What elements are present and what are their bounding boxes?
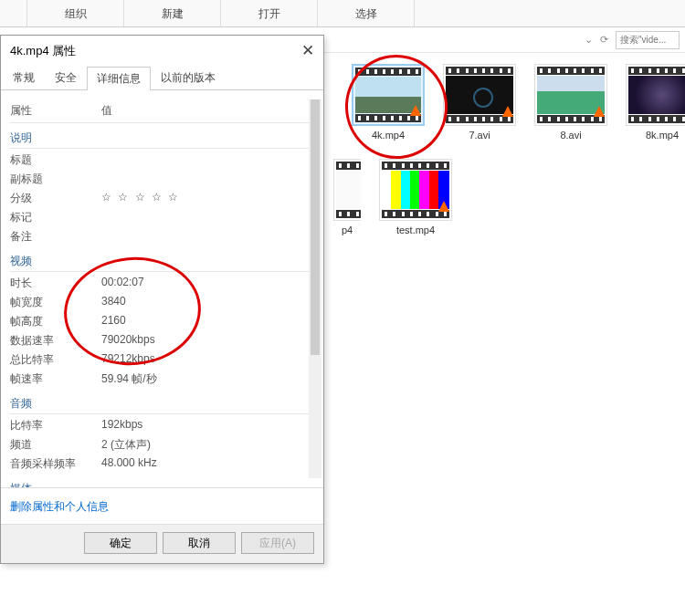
ribbon-item-open[interactable]: 打开 <box>221 0 318 26</box>
section-media: 媒体 <box>10 479 311 487</box>
tab-general[interactable]: 常规 <box>3 66 45 89</box>
property-row[interactable]: 备注 <box>10 227 311 246</box>
search-input[interactable] <box>616 31 680 49</box>
property-row[interactable]: 帧宽度3840 <box>10 293 311 312</box>
property-value: 79020kbps <box>101 333 155 349</box>
property-label: 时长 <box>10 276 101 291</box>
file-name: 7.avi <box>443 130 516 141</box>
ribbon-item-select[interactable]: 选择 <box>318 0 415 26</box>
file-item[interactable]: 7.avi <box>443 64 516 141</box>
property-label: 帧宽度 <box>10 295 101 310</box>
property-row[interactable]: 总比特率79212kbps <box>10 350 311 370</box>
thumbnail-image <box>628 76 685 114</box>
property-value: 59.94 帧/秒 <box>101 371 157 387</box>
file-grid: 4k.mp4 7.avi 8.avi 8k.mp4 <box>324 55 685 616</box>
property-label: 数据速率 <box>10 333 101 349</box>
file-item[interactable]: 8k.mp4 <box>626 64 685 141</box>
header-property: 属性 <box>10 103 101 119</box>
property-label: 音频采样频率 <box>10 456 101 472</box>
section-description: 说明 <box>10 129 311 149</box>
property-label: 分级 <box>10 191 101 206</box>
ribbon-item-organize[interactable]: 组织 <box>27 0 124 26</box>
property-row[interactable]: 比特率192kbps <box>10 416 311 435</box>
tab-details[interactable]: 详细信息 <box>87 67 151 90</box>
vlc-icon <box>502 106 513 117</box>
header-row: 属性值 <box>10 99 311 123</box>
property-value: 00:02:07 <box>101 276 144 291</box>
file-thumbnail <box>379 159 452 221</box>
thumbnail-image <box>336 171 361 209</box>
properties-dialog: 4k.mp4 属性 ✕ 常规 安全 详细信息 以前的版本 属性值说明标题副标题分… <box>0 35 324 564</box>
file-item[interactable]: 4k.mp4 <box>352 64 425 141</box>
scrollbar[interactable] <box>309 99 321 478</box>
property-value: 2 (立体声) <box>101 437 151 453</box>
property-value: 79212kbps <box>101 352 155 368</box>
file-name: 4k.mp4 <box>352 130 425 141</box>
scrollbar-thumb[interactable] <box>311 99 320 355</box>
cancel-button[interactable]: 取消 <box>163 532 236 554</box>
header-value: 值 <box>101 103 112 119</box>
ribbon: 组织 新建 打开 选择 <box>0 0 685 27</box>
file-thumbnail <box>352 64 425 126</box>
property-value: ☆ ☆ ☆ ☆ ☆ <box>101 191 180 206</box>
apply-button[interactable]: 应用(A) <box>241 532 314 554</box>
property-row[interactable]: 时长00:02:07 <box>10 274 311 293</box>
property-value: 192kbps <box>101 418 142 433</box>
property-label: 频道 <box>10 437 101 453</box>
ribbon-item-blank[interactable] <box>0 0 27 26</box>
property-value: 3840 <box>101 295 126 310</box>
property-row[interactable]: 帧高度2160 <box>10 312 311 331</box>
property-value: 48.000 kHz <box>101 456 157 472</box>
property-row[interactable]: 分级☆ ☆ ☆ ☆ ☆ <box>10 189 311 208</box>
refresh-icon[interactable]: ⟳ <box>600 34 608 46</box>
property-row[interactable]: 标题 <box>10 151 311 170</box>
vlc-icon <box>410 105 421 116</box>
section-audio: 音频 <box>10 394 311 414</box>
file-item[interactable]: 8.avi <box>534 64 607 141</box>
property-row[interactable]: 频道2 (立体声) <box>10 435 311 454</box>
file-thumbnail <box>626 64 685 126</box>
property-label: 标记 <box>10 210 101 225</box>
file-thumbnail <box>534 64 607 126</box>
vlc-icon <box>438 201 449 212</box>
file-name: 8k.mp4 <box>626 130 685 141</box>
tab-security[interactable]: 安全 <box>45 66 87 89</box>
file-item[interactable]: test.mp4 <box>379 159 452 235</box>
property-row[interactable]: 音频采样频率48.000 kHz <box>10 454 311 474</box>
remove-properties-link[interactable]: 删除属性和个人信息 <box>10 500 109 513</box>
property-row[interactable]: 帧速率59.94 帧/秒 <box>10 370 311 389</box>
section-video: 视频 <box>10 252 311 272</box>
file-name: test.mp4 <box>379 224 452 235</box>
file-thumbnail <box>443 64 516 126</box>
tabs: 常规 安全 详细信息 以前的版本 <box>1 66 323 90</box>
property-row[interactable]: 副标题 <box>10 170 311 189</box>
property-label: 备注 <box>10 229 101 245</box>
property-label: 副标题 <box>10 172 101 187</box>
property-label: 总比特率 <box>10 352 101 368</box>
dialog-title: 4k.mp4 属性 <box>10 43 76 59</box>
properties-list: 属性值说明标题副标题分级☆ ☆ ☆ ☆ ☆标记备注视频时长00:02:07帧宽度… <box>1 90 323 487</box>
file-name: p4 <box>333 224 361 235</box>
property-row[interactable]: 数据速率79020kbps <box>10 331 311 350</box>
ok-button[interactable]: 确定 <box>84 532 157 554</box>
property-label: 比特率 <box>10 418 101 433</box>
tab-previous-versions[interactable]: 以前的版本 <box>151 66 226 89</box>
property-label: 标题 <box>10 152 101 168</box>
chevron-down-icon[interactable]: ⌄ <box>585 34 593 46</box>
property-label: 帧速率 <box>10 371 101 387</box>
vlc-icon <box>594 106 605 117</box>
file-item[interactable]: p4 <box>333 159 361 235</box>
ribbon-item-new[interactable]: 新建 <box>124 0 221 26</box>
property-value: 2160 <box>101 314 126 329</box>
property-label: 帧高度 <box>10 314 101 329</box>
close-icon[interactable]: ✕ <box>301 41 314 60</box>
file-thumbnail <box>333 159 361 221</box>
property-row[interactable]: 标记 <box>10 208 311 227</box>
file-name: 8.avi <box>534 130 607 141</box>
